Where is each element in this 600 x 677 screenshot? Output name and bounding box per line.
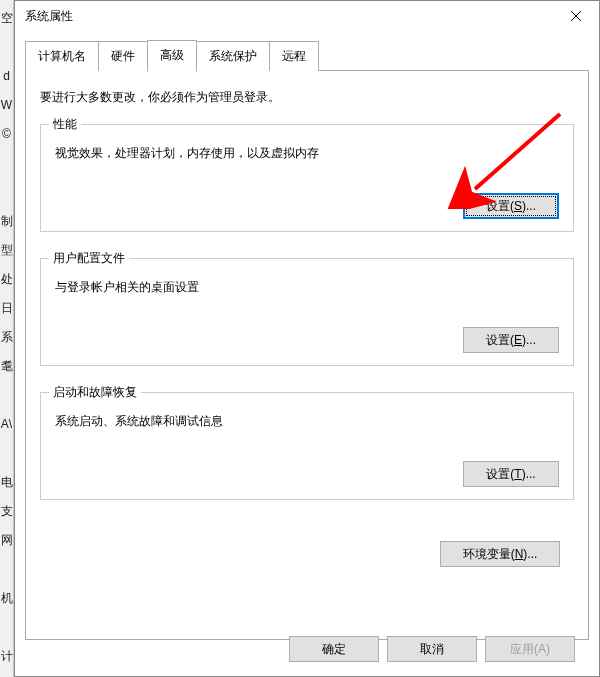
ok-button[interactable]: 确定	[289, 636, 379, 662]
environment-variables-button[interactable]: 环境变量(N)...	[440, 541, 560, 567]
performance-legend: 性能	[49, 116, 81, 133]
tab-strip: 计算机名 硬件 高级 系统保护 远程	[25, 39, 589, 71]
performance-group: 性能 视觉效果，处理器计划，内存使用，以及虚拟内存 设置(S)...	[40, 124, 574, 232]
startup-recovery-group: 启动和故障恢复 系统启动、系统故障和调试信息 设置(T)...	[40, 392, 574, 500]
close-icon	[571, 11, 581, 21]
close-button[interactable]	[553, 1, 599, 31]
dialog-footer-buttons: 确定 取消 应用(A)	[289, 636, 575, 662]
performance-desc: 视觉效果，处理器计划，内存使用，以及虚拟内存	[55, 145, 559, 162]
tab-container: 计算机名 硬件 高级 系统保护 远程 要进行大多数更改，你必须作为管理员登录。 …	[25, 39, 589, 640]
dialog-title: 系统属性	[25, 8, 73, 25]
tab-hardware[interactable]: 硬件	[98, 41, 148, 71]
tab-system-protection[interactable]: 系统保护	[196, 41, 270, 71]
tab-remote[interactable]: 远程	[269, 41, 319, 71]
system-properties-dialog: 系统属性 计算机名 硬件 高级 系统保护 远程 要进行大多数更改，你必须作为管理…	[14, 0, 600, 677]
user-profiles-settings-button[interactable]: 设置(E)...	[463, 327, 559, 353]
startup-recovery-desc: 系统启动、系统故障和调试信息	[55, 413, 559, 430]
user-profiles-legend: 用户配置文件	[49, 250, 129, 267]
apply-button[interactable]: 应用(A)	[485, 636, 575, 662]
startup-recovery-legend: 启动和故障恢复	[49, 384, 141, 401]
advanced-tab-panel: 要进行大多数更改，你必须作为管理员登录。 性能 视觉效果，处理器计划，内存使用，…	[25, 70, 589, 640]
user-profiles-desc: 与登录帐户相关的桌面设置	[55, 279, 559, 296]
performance-settings-button[interactable]: 设置(S)...	[463, 193, 559, 219]
partial-background-strip: 空dW©制型处日系耄A\电支网机计	[0, 0, 14, 677]
tab-advanced[interactable]: 高级	[147, 40, 197, 72]
tab-computer-name[interactable]: 计算机名	[25, 41, 99, 71]
titlebar: 系统属性	[15, 1, 599, 31]
startup-recovery-settings-button[interactable]: 设置(T)...	[463, 461, 559, 487]
user-profiles-group: 用户配置文件 与登录帐户相关的桌面设置 设置(E)...	[40, 258, 574, 366]
cancel-button[interactable]: 取消	[387, 636, 477, 662]
admin-required-text: 要进行大多数更改，你必须作为管理员登录。	[40, 89, 574, 106]
